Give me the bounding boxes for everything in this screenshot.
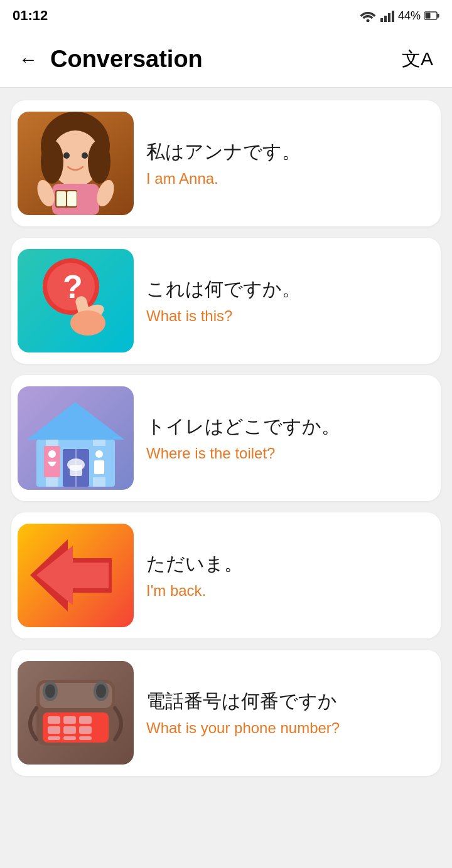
svg-rect-6 — [438, 14, 439, 18]
list-item[interactable]: 私はアンナです。 I am Anna. — [11, 100, 441, 226]
phone-icon — [18, 661, 134, 765]
page-title: Conversation — [50, 46, 396, 73]
anna-english: I am Anna. — [146, 169, 428, 188]
toilet-illustration — [18, 386, 134, 490]
battery-icon — [424, 11, 439, 20]
signal-icon — [380, 9, 394, 22]
list-item[interactable]: 電話番号は何番ですか What is your phone number? — [11, 650, 441, 776]
svg-rect-16 — [56, 191, 66, 206]
svg-point-38 — [95, 450, 103, 458]
back-button[interactable]: ← — [13, 43, 44, 77]
svg-point-12 — [63, 152, 70, 159]
nav-bar: ← Conversation 文A — [0, 31, 452, 88]
back-text: ただいま。 I'm back. — [146, 551, 428, 600]
status-icons: 44% — [359, 9, 439, 23]
status-bar: 01:12 44% — [0, 0, 452, 31]
phone-illustration — [18, 661, 134, 765]
svg-rect-59 — [79, 736, 92, 740]
svg-rect-55 — [63, 726, 76, 734]
back-japanese: ただいま。 — [146, 551, 428, 577]
svg-point-36 — [48, 450, 56, 458]
svg-rect-7 — [426, 13, 431, 19]
back-english: I'm back. — [146, 581, 428, 600]
svg-point-49 — [96, 684, 106, 698]
svg-rect-52 — [63, 716, 76, 724]
svg-rect-4 — [392, 11, 394, 22]
conversation-list: 私はアンナです。 I am Anna. ? — [0, 88, 452, 788]
svg-rect-2 — [384, 16, 387, 22]
svg-rect-58 — [63, 736, 76, 740]
toilet-japanese: トイレはどこですか。 — [146, 413, 428, 440]
anna-japanese: 私はアンナです。 — [146, 139, 428, 165]
question-text: これは何ですか。 What is this? — [146, 276, 428, 326]
svg-rect-1 — [380, 18, 383, 22]
svg-marker-43 — [36, 546, 109, 605]
svg-rect-41 — [70, 465, 82, 476]
svg-rect-17 — [67, 191, 77, 206]
phone-text: 電話番号は何番ですか What is your phone number? — [146, 688, 428, 738]
svg-point-11 — [88, 140, 110, 184]
svg-point-13 — [82, 152, 88, 159]
battery-level: 44% — [398, 9, 421, 23]
status-time: 01:12 — [13, 8, 48, 24]
toilet-text: トイレはどこですか。 Where is the toilet? — [146, 413, 428, 463]
phone-japanese: 電話番号は何番ですか — [146, 688, 428, 714]
svg-rect-53 — [79, 716, 92, 724]
svg-rect-51 — [48, 716, 60, 724]
svg-point-47 — [45, 684, 55, 698]
svg-marker-30 — [27, 402, 124, 440]
question-english: What is this? — [146, 306, 428, 326]
question-icon: ? — [18, 249, 134, 352]
list-item[interactable]: ただいま。 I'm back. — [11, 512, 441, 638]
question-japanese: これは何ですか。 — [146, 276, 428, 302]
svg-point-10 — [41, 140, 63, 184]
back-illustration — [18, 524, 134, 627]
anna-icon — [18, 112, 134, 215]
wifi-icon — [359, 9, 377, 22]
list-item[interactable]: トイレはどこですか。 Where is the toilet? — [11, 375, 441, 501]
back-icon — [18, 524, 134, 627]
svg-rect-54 — [48, 726, 60, 734]
svg-rect-39 — [94, 460, 104, 474]
list-item[interactable]: ? これは何ですか。 What is this? — [11, 238, 441, 364]
phone-english: What is your phone number? — [146, 718, 428, 738]
translate-button[interactable]: 文A — [396, 40, 439, 78]
question-illustration: ? — [18, 249, 134, 352]
svg-rect-57 — [48, 736, 60, 740]
toilet-icon — [18, 386, 134, 490]
toilet-english: Where is the toilet? — [146, 443, 428, 463]
svg-rect-3 — [388, 13, 390, 22]
anna-illustration — [18, 112, 134, 215]
svg-rect-56 — [79, 726, 92, 734]
anna-text: 私はアンナです。 I am Anna. — [146, 139, 428, 188]
svg-point-0 — [366, 19, 369, 23]
